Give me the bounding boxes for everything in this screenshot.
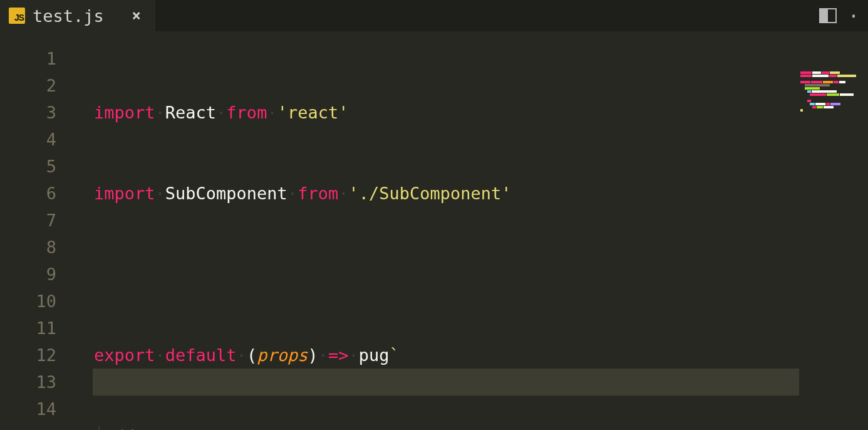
line-number-gutter: 1 2 3 4 5 6 7 8 9 10 11 12 13 14 <box>0 31 63 430</box>
more-icon[interactable]: · <box>848 5 859 27</box>
line-number: 6 <box>0 180 63 207</box>
line-number: 8 <box>0 234 63 261</box>
code-line-2[interactable]: import·SubComponent·from·'./SubComponent… <box>94 180 512 207</box>
js-file-icon: JS <box>9 8 25 24</box>
code-line-3[interactable] <box>94 261 512 288</box>
line-number: 13 <box>0 369 63 396</box>
tab-filename: test.js <box>33 6 125 26</box>
split-editor-icon[interactable] <box>819 8 837 23</box>
line-number: 2 <box>0 72 63 99</box>
code-line-4[interactable]: export·default·(props)·=>·pug` <box>94 342 512 369</box>
close-icon[interactable]: × <box>132 7 145 24</box>
line-number: 10 <box>0 288 63 315</box>
line-number: 9 <box>0 261 63 288</box>
editor[interactable]: 1 2 3 4 5 6 7 8 9 10 11 12 13 14 import·… <box>0 31 868 430</box>
line-number: 5 <box>0 153 63 180</box>
line-number: 12 <box>0 342 63 369</box>
minimap[interactable] <box>800 71 867 115</box>
line-number: 1 <box>0 45 63 72</box>
code-area[interactable]: import·React·from·'react' import·SubComp… <box>63 31 512 430</box>
tab-bar: JS test.js × · <box>0 0 868 31</box>
code-line-1[interactable]: import·React·from·'react' <box>94 99 512 126</box>
line-number: 3 <box>0 99 63 126</box>
line-number: 4 <box>0 126 63 153</box>
svg-rect-1 <box>820 9 828 23</box>
line-number: 11 <box>0 315 63 342</box>
tab-test-js[interactable]: JS test.js × <box>0 0 157 31</box>
line-number: 7 <box>0 207 63 234</box>
editor-toolbar: · <box>819 0 859 31</box>
line-number: 14 <box>0 396 63 422</box>
code-line-5[interactable]: │·//-·some·comment· <box>94 422 512 430</box>
